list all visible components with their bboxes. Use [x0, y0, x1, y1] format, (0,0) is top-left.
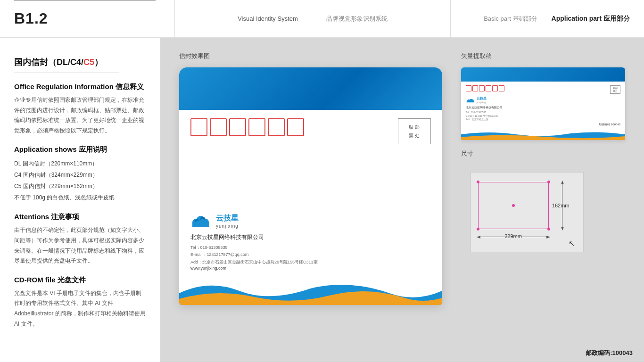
list-item: DL 国内信封（220mm×110mm） [14, 158, 146, 169]
small-env-top-band [461, 67, 625, 82]
page-code: B1.2 [14, 10, 174, 27]
small-box-2 [472, 85, 478, 91]
logo-text: 云技星 yunjixing [216, 214, 239, 229]
office-heading: Office Regulation Information 信息释义 [14, 82, 146, 91]
corner-dot-bl [477, 228, 479, 230]
postal-box-6 [287, 118, 304, 136]
small-box-3 [479, 85, 485, 91]
company-name: 北京云技星网络科技有限公司 [190, 233, 431, 241]
envelope-wave [179, 279, 442, 305]
envelope-mockup: 贴 邮 票 处 [179, 67, 442, 305]
small-box-4 [486, 85, 491, 91]
cdrom-heading: CD-ROM file 光盘文件 [14, 276, 146, 285]
dim-arrow-top [561, 181, 564, 184]
right-col: 矢量提取稿 贴邮 [461, 52, 625, 310]
stamp-line-1: 贴 邮 [409, 124, 420, 131]
envelope-addr-row: www.yunjixing.com 邮政编码:100043 [179, 266, 442, 274]
small-box-5 [492, 85, 498, 91]
small-logo: 云技星 yunjixing [466, 96, 620, 104]
office-body: 企业专用信封依照国家邮政管理部门规定，在标准允许的范围内进行设计，邮政编码框、贴… [14, 95, 146, 136]
dimensions-container: 162mm 229mm ↖ [461, 163, 625, 262]
attentions-heading: Attentions 注意事项 [14, 213, 146, 222]
small-wave [461, 131, 625, 140]
header-center: Visual Identity System 品牌视觉形象识别系统 [174, 0, 451, 37]
postal-box-3 [229, 118, 246, 136]
email-line: E-mail：1241217877@qq.com [190, 251, 431, 258]
dim-arrow-right-h [546, 236, 550, 239]
application-list: DL 国内信封（220mm×110mm） C4 国内信封（324mm×229mm… [14, 158, 146, 203]
logo-en-text: yunjixing [216, 223, 239, 229]
postal-box-2 [210, 118, 227, 136]
logo-cn-text: 云技星 [216, 214, 239, 223]
small-logo-en: yunjixing [477, 101, 487, 104]
postal-code-boxes [190, 118, 431, 136]
section-title: 国内信封（DL/C4/C5） [14, 58, 103, 67]
list-item: 不低于 100g 的白色纸、浅色纸或牛皮纸 [14, 192, 146, 203]
small-env-divider [466, 94, 620, 94]
list-item: C5 国内信封（229mm×162mm） [14, 181, 146, 192]
dimensions-outer: 162mm 229mm ↖ [471, 172, 584, 252]
envelope-body: 贴 邮 票 处 [179, 110, 442, 204]
cursor-icon: ↖ [569, 239, 575, 248]
small-env-body: 贴邮 票处 云技星 yunjixing [461, 82, 625, 131]
small-postal-boxes [466, 85, 620, 91]
sidebar: 国内信封（DL/C4/C5） Office Regulation Informa… [0, 38, 160, 362]
stamp-line-2: 票 处 [409, 132, 420, 139]
website: www.yunjixing.com [190, 266, 226, 271]
sidebar-divider-1 [14, 73, 119, 73]
small-stamp: 贴邮 票处 [610, 85, 620, 94]
company-logo-icon [190, 214, 211, 228]
small-envelope-preview: 贴邮 票处 云技星 yunjixing [461, 67, 625, 140]
envelope-label: 信封效果图 [179, 52, 442, 60]
small-box-1 [466, 85, 471, 91]
small-logo-texts: 云技星 yunjixing [477, 96, 487, 104]
dim-label-width: 229mm [504, 233, 522, 239]
dimensions-inner: 162mm 229mm [478, 182, 549, 229]
corner-dot-tl [477, 181, 479, 183]
corner-dot-tr [547, 181, 550, 183]
postal-box-4 [248, 118, 265, 136]
dim-arrow-left [477, 236, 480, 239]
content-area: 信封效果图 [160, 38, 644, 362]
small-logo-icon [466, 97, 474, 103]
corner-dot-br [547, 228, 550, 230]
envelope-bottom: 云技星 yunjixing 北京云技星网络科技有限公司 Tel：010-6130… [179, 204, 442, 266]
vis-label-cn: 品牌视觉形象识别系统 [326, 15, 388, 23]
small-logo-cn: 云技星 [477, 96, 487, 101]
nav-basic[interactable]: Basic part 基础部分 [484, 15, 537, 23]
postal-box-5 [268, 118, 285, 136]
envelope-preview-col: 信封效果图 [179, 52, 442, 310]
header-right: Basic part 基础部分 Application part 应用部分 [451, 15, 630, 23]
small-postal-label: 邮政编码:100043 [466, 123, 620, 127]
dimensions-label: 尺寸 [461, 149, 625, 158]
main-layout: 国内信封（DL/C4/C5） Office Regulation Informa… [0, 38, 644, 362]
cdrom-body: 光盘文件是本 VI 手册电子文件的集合，内含手册制作时的专用软件格式文件。其中 … [14, 288, 146, 329]
small-contact: Tel：010-61308535 E-mail：1241217877@qq.co… [466, 111, 620, 122]
stamp-area: 贴 邮 票 处 [398, 118, 431, 144]
header-left: B1.2 [14, 10, 174, 27]
small-wave-svg [461, 131, 625, 140]
small-company: 北京云技星网络科技有限公司 [466, 106, 620, 110]
header: B1.2 Visual Identity System 品牌视觉形象识别系统 B… [0, 0, 644, 38]
dim-label-height: 162mm [552, 203, 570, 208]
wave-svg [179, 279, 442, 305]
postal-box-1 [190, 118, 207, 136]
attentions-body: 由于信息的不确定性，此页部分规范（如文字大小、间距等）可作为参考使用，具体可根据… [14, 225, 146, 266]
contact-info: Tel：010-61308535 E-mail：1241217877@qq.co… [190, 244, 431, 266]
envelope-logo-area: 云技星 yunjixing [190, 214, 431, 229]
header-top-divider [14, 0, 156, 1]
small-box-6 [499, 85, 504, 91]
tel-line: Tel：010-61308535 [190, 244, 431, 251]
vis-label-en: Visual Identity System [238, 15, 298, 22]
center-dot [512, 204, 515, 207]
vector-label: 矢量提取稿 [461, 52, 625, 60]
envelope-top-band [179, 67, 442, 110]
list-item: C4 国内信封（324mm×229mm） [14, 169, 146, 181]
address-line: Add：北京市石景山区金融街石景山中心超前26号院155号楼C311室 [190, 259, 431, 266]
content-columns: 信封效果图 [179, 52, 625, 310]
application-heading: Application shows 应用说明 [14, 145, 146, 154]
dim-arrow-bottom [561, 227, 564, 230]
nav-application[interactable]: Application part 应用部分 [552, 15, 630, 23]
